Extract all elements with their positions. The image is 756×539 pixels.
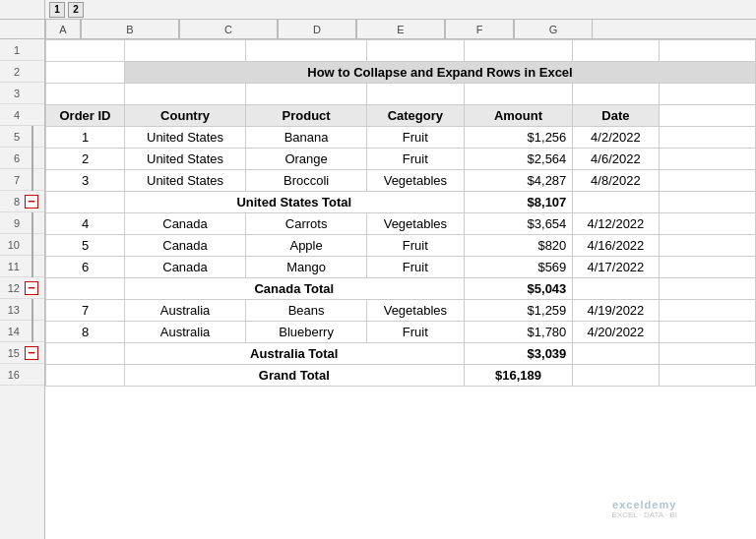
row-num-14: 14 bbox=[0, 326, 22, 337]
table-row-2: How to Collapse and Expand Rows in Excel bbox=[46, 62, 756, 84]
cell-product-9: Carrots bbox=[246, 213, 367, 235]
col-header-g: G bbox=[514, 20, 593, 38]
table-row-5: 1 United States Banana Fruit $1,256 4/2/… bbox=[46, 127, 756, 149]
cell-g6 bbox=[659, 149, 756, 170]
cell-date-11: 4/17/2022 bbox=[573, 257, 659, 278]
cell-aus-total-amount: $3,039 bbox=[464, 343, 573, 365]
cell-category-7: Vegetables bbox=[367, 170, 464, 192]
header-category: Category bbox=[367, 105, 464, 127]
us-minus-button[interactable]: − bbox=[22, 195, 41, 209]
cell-g15 bbox=[659, 343, 756, 365]
row-num-12: 12 bbox=[0, 282, 22, 294]
cell-product-14: Blueberry bbox=[246, 322, 367, 343]
row-10: 10 bbox=[0, 234, 44, 256]
cell-category-13: Vegetables bbox=[367, 300, 464, 322]
cell-c3 bbox=[246, 84, 367, 105]
cell-aus-total-label: Australia Total bbox=[125, 343, 465, 365]
row-12: 12 − bbox=[0, 277, 44, 299]
cell-orderid-5: 1 bbox=[46, 127, 125, 149]
row-num-6: 6 bbox=[0, 152, 22, 164]
cell-orderid-10: 5 bbox=[46, 235, 125, 257]
cell-c1 bbox=[246, 40, 367, 62]
title-cell: How to Collapse and Expand Rows in Excel bbox=[125, 62, 756, 84]
row-num-16: 16 bbox=[0, 369, 22, 381]
table-row-3 bbox=[46, 84, 756, 105]
row-num-header-spacer bbox=[0, 20, 45, 38]
cell-category-10: Fruit bbox=[367, 235, 464, 257]
cell-amount-9: $3,654 bbox=[464, 213, 573, 235]
cell-g7 bbox=[659, 170, 756, 192]
cell-g9 bbox=[659, 213, 756, 235]
cell-amount-14: $1,780 bbox=[464, 322, 573, 343]
row-num-4: 4 bbox=[0, 109, 22, 121]
cell-orderid-14: 8 bbox=[46, 322, 125, 343]
cell-orderid-13: 7 bbox=[46, 300, 125, 322]
table-row-7: 3 United States Broccoli Vegetables $4,2… bbox=[46, 170, 756, 192]
cell-category-11: Fruit bbox=[367, 257, 464, 278]
cell-g5 bbox=[659, 127, 756, 149]
row-6: 6 bbox=[0, 148, 44, 169]
cell-orderid-11: 6 bbox=[46, 257, 125, 278]
cell-amount-5: $1,256 bbox=[464, 127, 573, 149]
level-buttons-bar: 1 2 bbox=[0, 0, 756, 20]
header-date: Date bbox=[573, 105, 659, 127]
australia-minus-button[interactable]: − bbox=[22, 346, 41, 360]
cell-date-7: 4/8/2022 bbox=[573, 170, 659, 192]
cell-country-10: Canada bbox=[125, 235, 246, 257]
row-2: 2 bbox=[0, 61, 44, 83]
level-1-button[interactable]: 1 bbox=[49, 2, 65, 18]
header-product: Product bbox=[246, 105, 367, 127]
row-num-1: 1 bbox=[0, 44, 22, 56]
cell-orderid-8 bbox=[46, 192, 125, 213]
table-row-6: 2 United States Orange Fruit $2,564 4/6/… bbox=[46, 149, 756, 170]
cell-date-13: 4/19/2022 bbox=[573, 300, 659, 322]
table-row-16-grand-total: Grand Total $16,189 bbox=[46, 365, 756, 387]
header-orderid: Order ID bbox=[46, 105, 125, 127]
cell-date-5: 4/2/2022 bbox=[573, 127, 659, 149]
table-row-14: 8 Australia Blueberry Fruit $1,780 4/20/… bbox=[46, 322, 756, 343]
cell-g13 bbox=[659, 300, 756, 322]
table-row-13: 7 Australia Beans Vegetables $1,259 4/19… bbox=[46, 300, 756, 322]
canada-minus-button[interactable]: − bbox=[22, 281, 41, 295]
row-13: 13 bbox=[0, 299, 44, 321]
cell-b1 bbox=[125, 40, 246, 62]
row-num-7: 7 bbox=[0, 174, 22, 186]
table-row-15-aus-total: Australia Total $3,039 bbox=[46, 343, 756, 365]
row-num-13: 13 bbox=[0, 304, 22, 316]
cell-a16 bbox=[46, 365, 125, 387]
top-left-corner bbox=[0, 0, 45, 19]
cell-us-total-amount: $8,107 bbox=[464, 192, 573, 213]
cell-country-5: United States bbox=[125, 127, 246, 149]
col-header-a: A bbox=[45, 20, 81, 38]
row-num-15: 15 bbox=[0, 347, 22, 359]
spreadsheet-grid: How to Collapse and Expand Rows in Excel… bbox=[45, 39, 756, 539]
row-num-3: 3 bbox=[0, 88, 22, 99]
cell-a1 bbox=[46, 40, 125, 62]
cell-orderid-15 bbox=[46, 343, 125, 365]
cell-category-5: Fruit bbox=[367, 127, 464, 149]
cell-g4 bbox=[659, 105, 756, 127]
cell-orderid-9: 4 bbox=[46, 213, 125, 235]
row-16: 16 bbox=[0, 364, 44, 386]
row-14: 14 bbox=[0, 321, 44, 342]
col-header-f: F bbox=[445, 20, 514, 38]
row-num-10: 10 bbox=[0, 239, 22, 251]
cell-g8 bbox=[659, 192, 756, 213]
cell-g12 bbox=[659, 278, 756, 300]
cell-country-9: Canada bbox=[125, 213, 246, 235]
col-header-e: E bbox=[356, 20, 445, 38]
cell-g11 bbox=[659, 257, 756, 278]
cell-d1 bbox=[367, 40, 464, 62]
row-num-11: 11 bbox=[0, 261, 22, 272]
cell-country-14: Australia bbox=[125, 322, 246, 343]
cell-amount-13: $1,259 bbox=[464, 300, 573, 322]
col-header-c: C bbox=[179, 20, 278, 38]
table-row-4-headers: Order ID Country Product Category Amount… bbox=[46, 105, 756, 127]
cell-grand-total-label: Grand Total bbox=[125, 365, 465, 387]
cell-g10 bbox=[659, 235, 756, 257]
cell-f16 bbox=[573, 365, 659, 387]
table-row-1 bbox=[46, 40, 756, 62]
cell-category-9: Vegetables bbox=[367, 213, 464, 235]
cell-amount-6: $2,564 bbox=[464, 149, 573, 170]
level-2-button[interactable]: 2 bbox=[68, 2, 84, 18]
